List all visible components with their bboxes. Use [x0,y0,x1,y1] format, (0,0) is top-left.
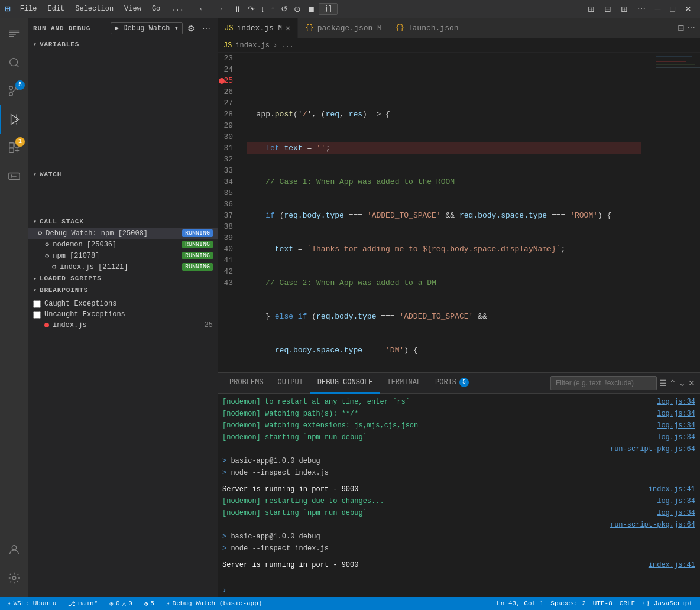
main-layout: 5 1 [0,18,700,597]
console-source[interactable]: index.js:41 [649,560,695,570]
menu-file[interactable]: File [15,4,42,14]
menu-edit[interactable]: Edit [43,4,69,14]
activity-remote[interactable] [0,162,28,190]
debug-pause-button[interactable]: ⏸ [231,3,244,15]
status-spin[interactable]: ⚙ 5 [142,597,157,610]
call-stack-header[interactable]: ▾ CALL STACK [28,216,218,228]
status-language[interactable]: {} JavaScript [640,597,695,610]
activity-extensions[interactable]: 1 [0,134,28,162]
console-source[interactable]: log.js:34 [657,508,695,518]
menu-selection[interactable]: Selection [70,4,118,14]
breadcrumb-path[interactable]: ... [281,41,294,50]
wrap-output-button[interactable]: ☰ [659,378,667,388]
tab-packagejson[interactable]: {} package.json M [298,18,388,38]
debug-step-into-button[interactable]: ↓ [258,3,267,15]
console-source[interactable]: run-script-pkg.js:64 [610,520,695,530]
tab-indexjs[interactable]: JS index.js M ✕ [218,18,298,38]
activity-accounts[interactable] [0,536,28,564]
layout-button[interactable]: ⊞ [584,3,598,15]
debug-step-over-button[interactable]: ↷ [245,3,257,15]
debug-config-button[interactable]: ⊙ [291,3,303,15]
nav-forward-button[interactable]: → [212,2,226,15]
breakpoints-header[interactable]: ▾ BREAKPOINTS [28,284,218,296]
nav-back-button[interactable]: ← [196,2,210,15]
status-debug[interactable]: ⚡ Debug Watch (basic-app) [164,597,264,610]
source-control-badge: 5 [15,80,25,90]
settings-button[interactable]: ⚙ [185,22,197,34]
status-eol[interactable]: CRLF [617,597,637,610]
more-tabs-button[interactable]: ⋯ [687,23,695,33]
call-stack-label-text: nodemon [25036] [53,241,179,249]
activity-run-debug[interactable] [0,105,28,134]
console-source[interactable]: log.js:34 [657,408,695,419]
panel-layout-button[interactable]: ⊞ [617,3,631,15]
close-panel-button[interactable]: ✕ [688,378,695,388]
code-line-26: // Case 1: When App was added to the ROO… [247,176,641,187]
console-output[interactable]: [nodemon] to restart at any time, enter … [218,394,700,583]
sidebar-header: RUN AND DEBUG ▶ Debug Watch ▾ ⚙ ⋯ [28,18,218,38]
console-source[interactable]: log.js:34 [657,420,695,431]
activity-settings[interactable] [0,564,28,592]
panel-tab-ports[interactable]: PORTS 5 [428,373,476,394]
loaded-scripts-header[interactable]: ▸ LOADED SCRIPTS [28,272,218,284]
menu-more[interactable]: ... [166,4,189,14]
breadcrumb-file[interactable]: index.js [235,41,270,50]
panel-tab-terminal[interactable]: TERMINAL [380,373,428,394]
debug-stop-button[interactable]: ⏹ [304,3,317,15]
status-branch[interactable]: ⎇ main* [66,597,100,610]
close-button[interactable]: ✕ [681,3,695,15]
console-source[interactable]: log.js:34 [657,397,695,407]
svg-rect-16 [656,67,700,68]
uncaught-exceptions-checkbox[interactable] [33,311,41,319]
panel-tab-output[interactable]: OUTPUT [271,373,310,394]
console-source[interactable]: run-script-pkg.js:64 [610,444,695,455]
svg-marker-4 [11,115,19,125]
debug-restart-button[interactable]: ↺ [278,3,290,15]
caught-exceptions-checkbox[interactable] [33,300,41,308]
debug-dropdown[interactable]: ▶ Debug Watch ▾ [111,22,183,34]
split-button[interactable]: ⊟ [601,3,615,15]
call-stack-item[interactable]: ⚙ Debug Watch: npm [25008] RUNNING [28,228,218,239]
console-source[interactable]: index.js:41 [649,484,695,495]
call-stack-label-text: index.js [21121] [60,263,179,271]
variables-header[interactable]: ▾ VARIABLES [28,38,218,50]
status-encoding[interactable]: UTF-8 [591,597,615,610]
menu-view[interactable]: View [119,4,146,14]
console-input[interactable] [232,586,695,595]
call-stack-item[interactable]: ⚙ index.js [21121] RUNNING [28,261,218,272]
tab-launchjson[interactable]: {} launch.json [388,18,466,38]
panel-tab-problems[interactable]: PROBLEMS [222,373,271,394]
minimize-button[interactable]: ─ [652,3,665,15]
warnings-label: 0 [128,600,132,607]
debug-step-out-button[interactable]: ↑ [268,3,277,15]
activity-source-control[interactable]: 5 [0,77,28,105]
console-line: > node --inspect index.js [222,467,695,479]
tab-close-icon[interactable]: ✕ [286,23,290,33]
code-line-24: app.post('/', (req, res) => { [247,109,641,120]
menu-go[interactable]: Go [147,4,165,14]
spin-icon: ⚙ [144,600,148,608]
activity-explorer[interactable] [0,20,28,48]
console-line: [nodemon] to restart at any time, enter … [222,396,695,408]
activity-search[interactable] [0,48,28,77]
status-errors[interactable]: ⊗ 0 △ 0 [107,597,134,610]
call-stack-icon: ⚙ [45,240,49,249]
call-stack-content: ⚙ Debug Watch: npm [25008] RUNNING ⚙ nod… [28,228,218,272]
collapse-button[interactable]: ⌃ [669,378,676,388]
code-editor[interactable]: 23 24 25 26 27 28 29 30 31 32 33 34 35 [218,53,700,372]
call-stack-item[interactable]: ⚙ nodemon [25036] RUNNING [28,239,218,250]
clear-button[interactable]: ⌄ [679,378,686,388]
console-source[interactable]: log.js:34 [657,496,695,507]
more-button[interactable]: ⋯ [200,22,213,34]
maximize-button[interactable]: □ [667,3,679,15]
split-editor-button[interactable]: ⊟ [678,23,685,33]
call-stack-item[interactable]: ⚙ npm [21078] RUNNING [28,250,218,261]
status-position[interactable]: Ln 43, Col 1 [494,597,546,610]
panel-tab-debug-console[interactable]: DEBUG CONSOLE [310,373,380,394]
customize-button[interactable]: ⋯ [634,3,649,15]
watch-header[interactable]: ▾ WATCH [28,168,218,180]
status-remote[interactable]: ⚡ WSL: Ubuntu [5,597,59,610]
status-spaces[interactable]: Spaces: 2 [548,597,588,610]
filter-input[interactable] [550,376,657,390]
console-source[interactable]: log.js:34 [657,432,695,443]
